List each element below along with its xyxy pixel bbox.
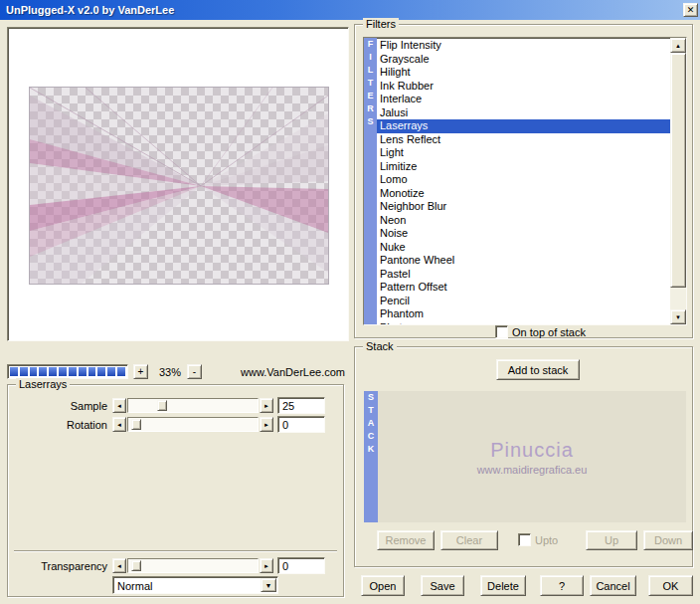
- transparency-row: Transparency ◄ ► 0: [8, 558, 343, 575]
- down-button[interactable]: Down: [643, 530, 693, 550]
- stack-group: Stack Add to stack STACK Pinuccia www.ma…: [354, 346, 693, 567]
- laserrays-group-label: Laserrays: [16, 378, 70, 390]
- filter-item[interactable]: Phantom: [377, 307, 670, 321]
- divider: [14, 550, 337, 552]
- filter-item[interactable]: Pattern Offset: [377, 281, 670, 295]
- filters-group-label: Filters: [363, 18, 399, 30]
- rotation-slider-thumb[interactable]: [131, 419, 141, 430]
- filter-item[interactable]: Interlace: [377, 93, 670, 106]
- filter-list-items: Flip IntensityGrayscaleHilightInk Rubber…: [377, 39, 670, 324]
- scroll-up-button[interactable]: ▲: [670, 38, 686, 53]
- window-title: UnPlugged-X v2.0 by VanDerLee: [0, 4, 174, 16]
- blend-mode-dropdown[interactable]: Normal ▼: [112, 576, 278, 594]
- filter-item[interactable]: Jalusi: [377, 106, 670, 120]
- rotation-right-arrow-button[interactable]: ►: [260, 417, 273, 432]
- filter-item[interactable]: Pastel: [377, 268, 670, 282]
- sample-row: Sample ◄ ► 25: [8, 398, 343, 415]
- filter-item[interactable]: Photocopy: [377, 321, 670, 325]
- scroll-down-button[interactable]: ▼: [670, 309, 686, 324]
- preview-image[interactable]: [30, 88, 328, 284]
- filter-scrollbar[interactable]: ▲ ▼: [670, 38, 686, 324]
- progress-segment: [20, 367, 28, 376]
- close-button[interactable]: ✕: [683, 3, 698, 17]
- sample-right-arrow-button[interactable]: ►: [260, 398, 273, 413]
- watermark-url: www.maidiregrafica.eu: [477, 464, 588, 476]
- up-button[interactable]: Up: [586, 530, 637, 550]
- rotation-row: Rotation ◄ ► 0: [8, 417, 343, 434]
- transparency-slider-thumb[interactable]: [131, 560, 141, 571]
- arrow-right-icon: ►: [263, 422, 269, 428]
- filter-item[interactable]: Pantone Wheel: [377, 254, 670, 268]
- transparency-left-arrow-button[interactable]: ◄: [112, 558, 126, 573]
- close-icon: ✕: [687, 6, 695, 15]
- filter-item[interactable]: Neon: [377, 214, 670, 228]
- transparency-slider-track[interactable]: [127, 558, 259, 573]
- open-button[interactable]: Open: [361, 575, 405, 596]
- progress-segment: [10, 367, 18, 376]
- remove-button[interactable]: Remove: [377, 530, 435, 550]
- render-progress-blocks: [8, 365, 127, 378]
- filter-item[interactable]: Neighbor Blur: [377, 200, 670, 214]
- filter-item[interactable]: Limitize: [377, 160, 670, 174]
- help-button[interactable]: ?: [540, 575, 584, 596]
- rotation-left-arrow-button[interactable]: ◄: [112, 417, 126, 432]
- stack-strip: STACK: [364, 391, 378, 522]
- zoom-out-button[interactable]: -: [187, 364, 202, 379]
- preview-panel: [7, 27, 349, 341]
- upto-row[interactable]: Upto: [518, 533, 558, 546]
- cancel-button[interactable]: Cancel: [590, 575, 636, 596]
- arrow-right-icon: ►: [263, 403, 269, 409]
- filter-item[interactable]: Noise: [377, 227, 670, 241]
- progress-segment: [117, 367, 125, 376]
- sample-value-field[interactable]: 25: [277, 397, 325, 414]
- filter-item[interactable]: Light: [377, 146, 670, 160]
- filter-item[interactable]: Pencil: [377, 295, 670, 308]
- arrow-left-icon: ◄: [116, 563, 122, 569]
- laserrays-group: Laserrays Sample ◄ ► 25 Rotation ◄ ► 0 T…: [7, 384, 344, 597]
- website-link[interactable]: www.VanDerLee.com: [224, 366, 345, 378]
- sample-label: Sample: [8, 400, 107, 412]
- filter-listbox: FILTERS Flip IntensityGrayscaleHilightIn…: [363, 37, 687, 325]
- filter-item[interactable]: Flip Intensity: [377, 39, 670, 53]
- progress-segment: [69, 367, 77, 376]
- filter-item[interactable]: Laserrays: [377, 119, 670, 133]
- add-to-stack-button[interactable]: Add to stack: [496, 359, 580, 380]
- progress-segment: [79, 367, 87, 376]
- arrow-left-icon: ◄: [116, 403, 122, 409]
- stack-list-area[interactable]: Pinuccia www.maidiregrafica.eu: [378, 391, 686, 522]
- filter-item[interactable]: Nuke: [377, 241, 670, 255]
- render-progress-bar: [7, 364, 128, 379]
- sample-slider-track[interactable]: [127, 398, 259, 413]
- sample-left-arrow-button[interactable]: ◄: [112, 398, 126, 413]
- filter-item[interactable]: Grayscale: [377, 53, 670, 67]
- ok-button[interactable]: OK: [648, 575, 693, 596]
- arrow-right-icon: ►: [263, 563, 269, 569]
- on-top-of-stack-row[interactable]: On top of stack: [495, 325, 586, 338]
- filter-item[interactable]: Lens Reflect: [377, 133, 670, 147]
- on-top-label: On top of stack: [512, 326, 586, 338]
- progress-segment: [59, 367, 67, 376]
- filter-item[interactable]: Hilight: [377, 66, 670, 80]
- on-top-checkbox[interactable]: [495, 325, 508, 338]
- zoom-in-button[interactable]: +: [133, 364, 148, 379]
- transparency-right-arrow-button[interactable]: ►: [260, 558, 273, 573]
- rotation-slider-track[interactable]: [127, 417, 259, 432]
- dropdown-button[interactable]: ▼: [261, 578, 276, 592]
- arrow-down-icon: ▼: [675, 314, 681, 320]
- unplugged-x-dialog: UnPlugged-X v2.0 by VanDerLee ✕: [0, 0, 700, 604]
- upto-checkbox[interactable]: [518, 533, 531, 546]
- filter-item[interactable]: Ink Rubber: [377, 80, 670, 94]
- delete-button[interactable]: Delete: [480, 575, 526, 596]
- transparency-value-field[interactable]: 0: [277, 557, 325, 574]
- upto-label: Upto: [535, 534, 558, 546]
- filter-item[interactable]: Lomo: [377, 173, 670, 187]
- titlebar[interactable]: UnPlugged-X v2.0 by VanDerLee ✕: [0, 0, 700, 20]
- save-button[interactable]: Save: [421, 575, 464, 596]
- filter-item[interactable]: Monotize: [377, 187, 670, 201]
- scrollbar-thumb[interactable]: [670, 53, 686, 288]
- sample-slider-thumb[interactable]: [157, 400, 167, 411]
- transparency-label: Transparency: [8, 560, 107, 572]
- rotation-value-field[interactable]: 0: [277, 416, 325, 433]
- chevron-down-icon: ▼: [265, 582, 272, 589]
- clear-button[interactable]: Clear: [440, 530, 498, 550]
